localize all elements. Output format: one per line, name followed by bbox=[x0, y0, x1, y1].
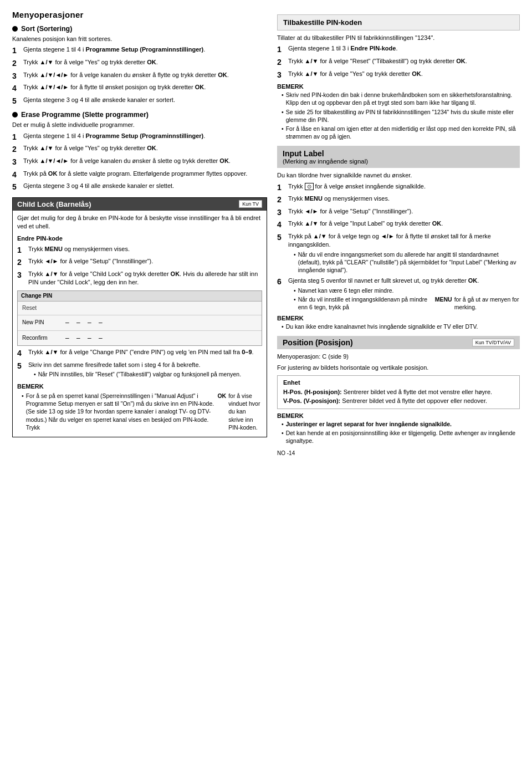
pin-reconfirm-inner: Reconfirm – – – – bbox=[22, 334, 257, 343]
input-step-6: 6 Gjenta steg 5 ovenfor til navnet er fu… bbox=[277, 277, 520, 312]
enhet-vpos: V-Pos. (V-posisjon): Sentrerer bildet ve… bbox=[283, 397, 514, 405]
left-bemerk-item-1: For å se på en sperret kanal (Sperreinns… bbox=[22, 392, 262, 431]
pin-newpin-row: New PIN – – – – bbox=[18, 315, 262, 331]
tilbake-title: Tilbakestille PIN-koden bbox=[283, 18, 362, 27]
position-bemerk-box: BEMERK Justeringer er lagret separat for… bbox=[277, 412, 520, 445]
sort-step-4: 4 Trykk ▲/▼/◄/► for å flytte til ønsket … bbox=[12, 83, 267, 94]
endre-pin-header: Endre PIN-kode bbox=[17, 234, 262, 243]
reconfirm-label: Reconfirm bbox=[22, 334, 55, 342]
enhet-content: H-Pos. (H-posisjon): Sentrerer bildet ve… bbox=[283, 388, 514, 405]
page-title: Menyoperasjoner bbox=[12, 10, 267, 19]
sort-step-3: 3 Trykk ▲/▼/◄/► for å velge kanalen du ø… bbox=[12, 71, 267, 82]
input-label-sub: (Merking av inngående signal) bbox=[283, 158, 514, 165]
right-column: Tilbakestille PIN-koden Tillater at du t… bbox=[277, 10, 520, 771]
enhet-hpos: H-Pos. (H-posisjon): Sentrerer bildet ve… bbox=[283, 388, 514, 396]
left-bemerk-title: BEMERK bbox=[17, 382, 262, 391]
tilbake-bemerk-3: For å låse en kanal om igjen etter at de… bbox=[282, 125, 520, 140]
input-bemerk-title: BEMERK bbox=[277, 315, 520, 321]
input-bemerk-box: BEMERK Du kan ikke endre kanalnavnet hvi… bbox=[277, 315, 520, 330]
input-step-4: 4 Trykk ▲/▼ for å velge "Input Label" og… bbox=[277, 220, 520, 231]
input-step-1: 1 Trykk ⊙ for å velge ønsket inngående s… bbox=[277, 182, 520, 193]
erase-step-1: 1 Gjenta stegene 1 til 4 i Programme Set… bbox=[12, 132, 267, 143]
position-box: Position (Posisjon) Kun TV/DTV/AV bbox=[277, 336, 520, 349]
erase-section-header: Erase Programme (Slette programmer) bbox=[12, 111, 267, 119]
position-title: Position (Posisjon) bbox=[283, 338, 353, 347]
endre-step-1: 1 Trykk MENU og menyskjermen vises. bbox=[17, 245, 262, 256]
endre-step2-5: 5 Skriv inn det samme firesifrede tallet… bbox=[17, 361, 262, 380]
pin-reset-row: Reset bbox=[18, 302, 262, 315]
input-step6-bullets: Navnet kan være 6 tegn eller mindre. Når… bbox=[288, 287, 520, 312]
pin-box: Change PIN Reset New PIN – – – – bbox=[17, 290, 262, 346]
erase-step-4: 4 Trykk på OK for å slette valgte progra… bbox=[12, 170, 267, 181]
sort-title: Sort (Sortering) bbox=[21, 25, 72, 33]
childlock-intro: Gjør det mulig for deg å bruke en PIN-ko… bbox=[17, 214, 262, 231]
enhet-box: Enhet H-Pos. (H-posisjon): Sentrerer bil… bbox=[277, 375, 520, 409]
child-lock-title: Child Lock (Barnelås) bbox=[17, 200, 91, 208]
new-pin-label: New PIN bbox=[22, 319, 55, 326]
sort-bullet bbox=[12, 26, 18, 32]
input-steps-list: 1 Trykk ⊙ for å velge ønsket inngående s… bbox=[277, 182, 520, 313]
input-step5-bullet-1: Når du vil endre inngangsmerket som du a… bbox=[294, 251, 520, 274]
tilbake-bemerk-2: Se side 25 for tilbakestilling av PIN ti… bbox=[282, 108, 520, 124]
reconfirm-value: – – – – bbox=[65, 334, 105, 343]
new-pin-value: – – – – bbox=[65, 318, 105, 328]
position-badge: Kun TV/DTV/AV bbox=[472, 339, 514, 346]
input-step5-bullets: Når du vil endre inngangsmerket som du a… bbox=[288, 251, 520, 274]
input-label-intro: Du kan tilordne hver signalkilde navnet … bbox=[277, 171, 520, 180]
endre-steps2-list: 4 Trykk ▲/▼ for å velge "Change PIN" ("e… bbox=[17, 348, 262, 379]
erase-bullet bbox=[12, 112, 18, 118]
erase-step-5: 5 Gjenta stegene 3 og 4 til alle ønskede… bbox=[12, 182, 267, 193]
tilbake-bemerk-1: Skriv ned PIN-koden din bak i denne bruk… bbox=[282, 91, 520, 106]
tilbake-intro: Tillater at du tilbakestiller PIN til fa… bbox=[277, 34, 520, 42]
step5-bullet-1: Når PIN innstilles, blir "Reset" ("Tilba… bbox=[34, 370, 262, 378]
erase-step-2: 2 Trykk ▲/▼ for å velge "Yes" og trykk d… bbox=[12, 144, 267, 155]
input-label-title: Input Label bbox=[283, 149, 514, 158]
endre-step-2: 2 Trykk ◄/► for å velge "Setup" ("Innsti… bbox=[17, 257, 262, 268]
erase-steps-list: 1 Gjenta stegene 1 til 4 i Programme Set… bbox=[12, 132, 267, 193]
tilbake-step-2: 2 Trykk ▲/▼ for å velge "Reset" ("Tilbak… bbox=[277, 57, 520, 68]
input-label-box: Input Label (Merking av inngående signal… bbox=[277, 146, 520, 168]
input-step-5: 5 Trykk på ▲/▼ for å velge tegn og ◄/► f… bbox=[277, 232, 520, 275]
position-bemerk-2: Det kan hende at en posisjonsinnstilling… bbox=[282, 429, 520, 445]
pin-box-header: Change PIN bbox=[18, 291, 262, 302]
position-bemerk-title: BEMERK bbox=[277, 412, 520, 419]
pin-newpin-inner: New PIN – – – – bbox=[22, 318, 257, 328]
sort-step-5: 5 Gjenta stegene 3 og 4 til alle ønskede… bbox=[12, 96, 267, 107]
endre-step2-4: 4 Trykk ▲/▼ for å velge "Change PIN" ("e… bbox=[17, 348, 262, 359]
child-lock-body: Gjør det mulig for deg å bruke en PIN-ko… bbox=[13, 211, 267, 437]
input-bemerk-list: Du kan ikke endre kanalnavnet hvis inngå… bbox=[277, 323, 520, 330]
page-number: NO -14 bbox=[277, 450, 520, 456]
position-body: For justering av bildets horisontale og … bbox=[277, 364, 520, 372]
sort-steps-list: 1 Gjenta stegene 1 til 4 i Programme Set… bbox=[12, 45, 267, 106]
tilbake-bemerk-title: BEMERK bbox=[277, 83, 520, 90]
child-lock-box: Child Lock (Barnelås) Kun TV Gjør det mu… bbox=[12, 197, 267, 437]
pin-box-body: Reset New PIN – – – – Reconfirm – – – – bbox=[18, 302, 262, 346]
tilbake-bemerk-box: BEMERK Skriv ned PIN-koden din bak i den… bbox=[277, 83, 520, 140]
pin-reconfirm-row: Reconfirm – – – – bbox=[18, 331, 262, 346]
input-step6-bullet-1: Navnet kan være 6 tegn eller mindre. bbox=[294, 287, 520, 294]
erase-intro: Det er mulig å slette individuelle progr… bbox=[12, 121, 267, 129]
enhet-title: Enhet bbox=[283, 379, 514, 386]
left-bemerk-box: BEMERK For å se på en sperret kanal (Spe… bbox=[17, 382, 262, 431]
page: Menyoperasjoner Sort (Sortering) Kanalen… bbox=[0, 0, 532, 781]
endre-step-3: 3 Trykk ▲/▼ for å velge "Child Lock" og … bbox=[17, 270, 262, 287]
position-bemerk-list: Justeringer er lagret separat for hver i… bbox=[277, 420, 520, 445]
tilbake-steps-list: 1 Gjenta stegene 1 til 3 i Endre PIN-kod… bbox=[277, 44, 520, 80]
sort-step-2: 2 Trykk ▲/▼ for å velge "Yes" og trykk d… bbox=[12, 58, 267, 69]
position-intro: Menyoperasjon: C (side 9) bbox=[277, 353, 520, 361]
position-bemerk-1: Justeringer er lagret separat for hver i… bbox=[282, 420, 520, 428]
tilbake-step-3: 3 Trykk ▲/▼ for å velge "Yes" og trykk d… bbox=[277, 70, 520, 81]
endre-steps-list: 1 Trykk MENU og menyskjermen vises. 2 Tr… bbox=[17, 245, 262, 287]
left-bemerk-list: For å se på en sperret kanal (Sperreinns… bbox=[17, 392, 262, 431]
input-step6-bullet-2: Når du vil innstille et inngangskildenav… bbox=[294, 295, 520, 311]
tilbake-bemerk-list: Skriv ned PIN-koden din bak i denne bruk… bbox=[277, 91, 520, 140]
erase-step-3: 3 Trykk ▲/▼/◄/► for å velge kanalen du ø… bbox=[12, 157, 267, 168]
input-bemerk-1: Du kan ikke endre kanalnavnet hvis inngå… bbox=[282, 323, 520, 330]
sort-section-header: Sort (Sortering) bbox=[12, 25, 267, 33]
left-column: Menyoperasjoner Sort (Sortering) Kanalen… bbox=[12, 10, 267, 771]
child-lock-header: Child Lock (Barnelås) Kun TV bbox=[13, 198, 267, 211]
pin-reset-label: Reset bbox=[22, 304, 61, 312]
input-step-3: 3 Trykk ◄/► for å velge "Setup" ("Innsti… bbox=[277, 207, 520, 218]
sort-step-1: 1 Gjenta stegene 1 til 4 i Programme Set… bbox=[12, 45, 267, 57]
sort-intro: Kanalenes posisjon kan fritt sorteres. bbox=[12, 35, 267, 43]
